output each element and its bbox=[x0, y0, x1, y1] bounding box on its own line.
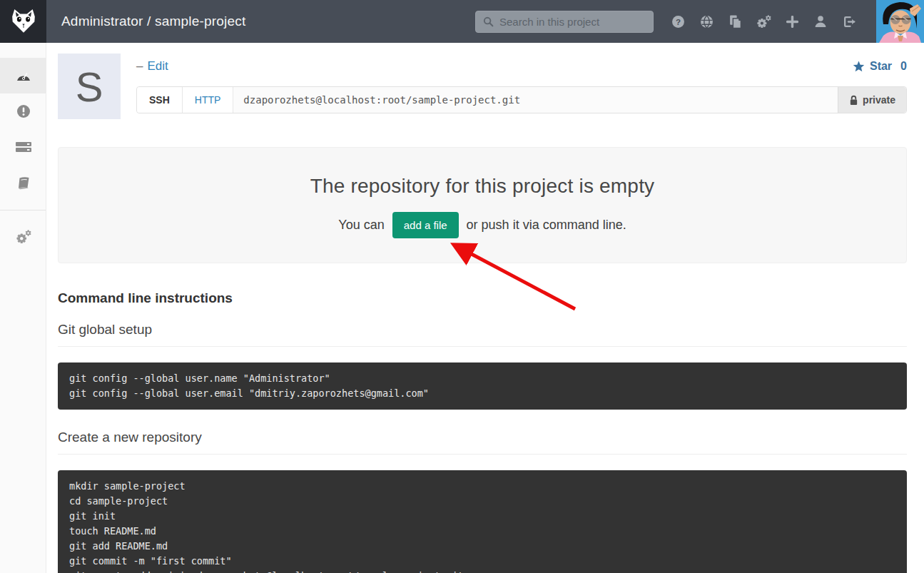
plus-icon[interactable] bbox=[778, 7, 806, 36]
hint-prefix-text: You can bbox=[338, 218, 384, 233]
project-edit-row: – Edit bbox=[136, 57, 907, 76]
edit-link[interactable]: Edit bbox=[147, 59, 168, 73]
empty-repository-title: The repository for this project is empty bbox=[59, 175, 906, 198]
create-new-repository-heading: Create a new repository bbox=[58, 430, 907, 455]
list-bars-icon bbox=[16, 141, 31, 153]
clone-url-input[interactable] bbox=[233, 87, 838, 113]
empty-repository-hint: You can add a file or push it via comman… bbox=[59, 212, 906, 238]
gauge-icon bbox=[16, 69, 31, 83]
search-input[interactable] bbox=[499, 16, 646, 28]
empty-repository-panel: The repository for this project is empty… bbox=[58, 147, 907, 263]
command-line-instructions-heading: Command line instructions bbox=[58, 290, 907, 306]
star-label: Star bbox=[870, 60, 892, 73]
project-avatar[interactable]: S bbox=[58, 54, 121, 119]
lock-icon bbox=[849, 95, 858, 106]
create-new-repository-code: mkdir sample-project cd sample-project g… bbox=[58, 470, 907, 573]
sidebar-item-wiki[interactable] bbox=[0, 165, 46, 201]
sidebar-item-issues[interactable] bbox=[0, 93, 46, 129]
sidebar-item-merge-requests[interactable] bbox=[0, 129, 46, 165]
compact-sidebar bbox=[0, 43, 46, 573]
svg-text:?: ? bbox=[675, 16, 680, 26]
search-icon bbox=[483, 16, 494, 27]
help-icon[interactable]: ? bbox=[664, 7, 692, 36]
sign-out-icon[interactable] bbox=[835, 7, 863, 36]
gears-icon bbox=[16, 230, 31, 244]
visibility-label: private bbox=[863, 94, 895, 106]
clone-url-bar: SSH HTTP private bbox=[136, 86, 907, 113]
user-avatar[interactable] bbox=[876, 0, 924, 43]
sidebar-item-settings[interactable] bbox=[0, 219, 46, 255]
project-breadcrumb-title: Administrator / sample-project bbox=[61, 14, 245, 29]
admin-gears-icon[interactable] bbox=[749, 7, 778, 36]
search-box[interactable] bbox=[475, 11, 654, 33]
ssh-protocol-button[interactable]: SSH bbox=[137, 87, 183, 113]
sidebar-item-dashboard[interactable] bbox=[0, 58, 46, 93]
top-navbar: Administrator / sample-project ? bbox=[0, 0, 924, 43]
hint-suffix-text: or push it via command line. bbox=[467, 218, 626, 233]
edit-dash: – bbox=[136, 59, 143, 73]
star-button[interactable]: Star 0 bbox=[853, 60, 907, 73]
book-icon bbox=[16, 176, 31, 190]
visibility-badge: private bbox=[838, 87, 906, 113]
gitlab-tanuki-icon bbox=[10, 9, 37, 34]
http-protocol-button[interactable]: HTTP bbox=[183, 87, 234, 113]
gitlab-logo[interactable] bbox=[0, 0, 46, 43]
git-global-setup-code: git config --global user.name "Administr… bbox=[58, 362, 907, 410]
main-content: S – Edit SSH HTTP private bbox=[46, 43, 924, 573]
profile-icon[interactable] bbox=[806, 7, 835, 36]
sidebar-divider bbox=[0, 210, 46, 211]
globe-icon[interactable] bbox=[692, 7, 721, 36]
exclamation-circle-icon bbox=[16, 104, 31, 118]
star-count: 0 bbox=[900, 60, 907, 73]
star-icon bbox=[853, 61, 865, 72]
topbar-icon-group: ? bbox=[664, 7, 863, 36]
snippets-icon[interactable] bbox=[721, 7, 749, 36]
add-a-file-button[interactable]: add a file bbox=[392, 212, 459, 238]
project-header: S – Edit SSH HTTP private bbox=[58, 54, 907, 119]
git-global-setup-heading: Git global setup bbox=[58, 322, 907, 347]
